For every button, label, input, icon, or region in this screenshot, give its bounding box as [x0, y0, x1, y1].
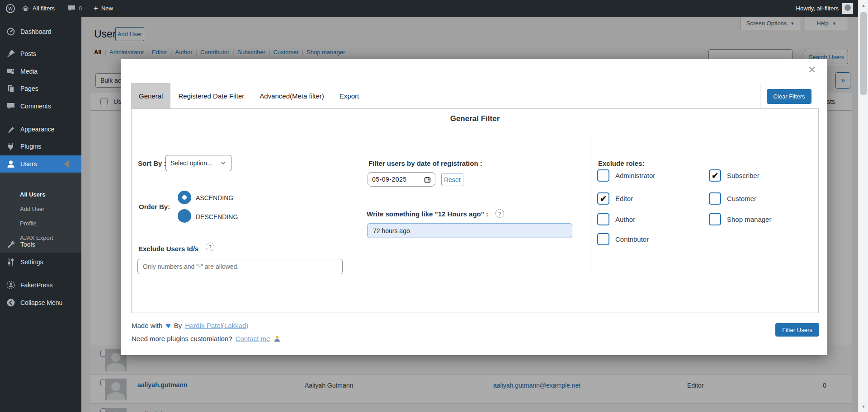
close-icon[interactable]: ✕ [808, 65, 816, 75]
reset-date-button[interactable]: Reset [441, 173, 463, 186]
tab-registered-date-filter[interactable]: Registered Date Filter [170, 83, 252, 108]
scrollbar-down-button[interactable]: ▼ [859, 402, 868, 411]
sidebar-item-label: Pages [20, 85, 38, 92]
filter-users-modal: ✕ General Registered Date Filter Advance… [121, 59, 827, 355]
role-checkbox-subscriber[interactable]: ✔ [709, 169, 721, 182]
media-icon [6, 67, 15, 76]
sidebar-item-tools[interactable]: Tools [0, 236, 81, 253]
sliders-icon [6, 258, 15, 267]
my-account[interactable]: Howdy, all-filters [796, 0, 854, 17]
exclude-ids-input[interactable] [137, 259, 343, 274]
submenu-label: Add User [20, 206, 44, 212]
ascending-radio[interactable] [178, 191, 191, 204]
sidebar-item-comments[interactable]: Comments [0, 98, 81, 115]
collapse-menu-button[interactable]: Collapse Menu [0, 294, 81, 311]
sidebar-item-settings[interactable]: Settings [0, 253, 81, 271]
sidebar-item-fakerpress[interactable]: FakerPress [0, 276, 81, 294]
dashboard-icon [6, 27, 15, 36]
sidebar-item-pages[interactable]: Pages [0, 80, 81, 97]
help-question-icon[interactable]: ? [495, 209, 504, 218]
pin-icon [6, 49, 15, 58]
column-divider [361, 131, 361, 276]
order-by-label: Order By: [139, 203, 170, 211]
tab-general[interactable]: General [131, 83, 170, 108]
sidebar-item-add-user[interactable]: Add User [20, 203, 44, 214]
comment-icon [6, 102, 15, 111]
general-filter-panel: General Filter Sort By : Select option..… [131, 108, 819, 313]
descending-label: DESCENDING [196, 213, 238, 220]
submenu-label: Profile [20, 220, 37, 227]
role-checkbox-shop-manager[interactable] [709, 213, 721, 225]
howdy-label: Howdy, all-filters [796, 5, 839, 12]
author-link[interactable]: Hardik Patel(Lakkad) [185, 322, 248, 329]
sidebar-item-all-users[interactable]: All Users [20, 189, 45, 200]
submenu-label: All Users [20, 191, 45, 198]
panel-heading: General Filter [132, 114, 818, 123]
sidebar-item-label: Tools [20, 241, 35, 248]
descending-radio[interactable] [178, 209, 191, 223]
role-checkbox-label: Customer [727, 195, 756, 202]
fakerpress-icon [6, 281, 15, 290]
ascending-label: ASCENDING [196, 194, 233, 201]
sidebar-item-plugins[interactable]: Plugins [0, 138, 81, 155]
home-icon [22, 5, 29, 12]
wordpress-icon: W [5, 4, 15, 14]
sidebar-item-profile[interactable]: Profile [20, 218, 37, 229]
need-more-text: Need more plugins customiation? [132, 335, 232, 342]
scrollbar-up-button[interactable]: ▲ [859, 1, 868, 10]
plus-icon: + [94, 5, 98, 12]
clear-filters-button[interactable]: Clear Filters [767, 89, 811, 104]
tab-export[interactable]: Export [332, 83, 367, 108]
comment-bubble-icon [68, 5, 75, 12]
role-checkbox-administrator[interactable] [597, 169, 609, 182]
new-content-button[interactable]: + New [94, 0, 113, 17]
comments-indicator[interactable]: 0 [68, 0, 82, 17]
relative-time-input[interactable] [367, 223, 572, 238]
wordpress-logo[interactable]: W [5, 0, 15, 17]
heart-icon: ♥ [165, 321, 170, 330]
relative-time-label: Write something like "12 Hours ago" : [367, 210, 488, 218]
calendar-icon [424, 176, 431, 183]
tabbar-divider [760, 83, 760, 108]
sort-by-value: Select option... [170, 159, 217, 167]
contact-link[interactable]: Contact me [236, 335, 270, 342]
modal-footer-credit: Made with ♥ By Hardik Patel(Lakkad) [132, 321, 248, 330]
scrollbar[interactable]: ▲ ▼ [858, 0, 868, 412]
role-checkbox-author[interactable] [597, 213, 609, 225]
sidebar-item-label: Comments [20, 103, 51, 110]
sidebar-item-users[interactable]: Users [0, 155, 81, 173]
admin-sidebar: Dashboard Posts Media Pages Comments App… [0, 17, 81, 412]
sidebar-item-label: Appearance [20, 126, 55, 133]
site-name-label: All filters [33, 5, 55, 12]
site-name-link[interactable]: All filters [22, 0, 55, 17]
sidebar-item-media[interactable]: Media [0, 63, 81, 80]
tab-advanced-meta-filter[interactable]: Advanced(Meta filter) [252, 83, 332, 108]
filter-users-label: Filter Users [782, 327, 812, 333]
plug-icon [6, 142, 15, 151]
screen: Screen Options▼ Help▼ Users Add User All… [0, 0, 868, 412]
scrollbar-thumb[interactable] [860, 12, 867, 95]
help-question-icon[interactable]: ? [206, 243, 214, 251]
wrench-icon [6, 240, 15, 249]
role-checkbox-customer[interactable] [709, 192, 721, 205]
pages-icon [6, 84, 15, 93]
sidebar-item-label: Settings [20, 258, 43, 266]
registration-date-input[interactable]: 05-09-2025 [368, 172, 435, 187]
sort-by-select[interactable]: Select option... [165, 155, 231, 171]
collapse-arrow-icon [6, 298, 15, 307]
technologist-icon [273, 335, 281, 342]
role-checkbox-editor[interactable]: ✔ [597, 192, 609, 205]
sidebar-item-label: Plugins [20, 143, 41, 150]
sidebar-item-appearance[interactable]: Appearance [0, 121, 81, 138]
role-checkbox-label: Subscriber [727, 172, 760, 179]
reset-label: Reset [444, 176, 461, 183]
modal-footer-contact: Need more plugins customiation? Contact … [132, 335, 281, 342]
sidebar-item-posts[interactable]: Posts [0, 45, 81, 62]
role-checkbox-contributor[interactable] [597, 233, 609, 245]
role-checkbox-label: Shop manager [727, 215, 771, 223]
role-checkbox-label: Author [615, 215, 635, 223]
filter-users-button[interactable]: Filter Users [775, 323, 819, 337]
sidebar-item-dashboard[interactable]: Dashboard [0, 23, 81, 40]
svg-text:W: W [8, 6, 13, 11]
clear-filters-label: Clear Filters [773, 93, 805, 100]
